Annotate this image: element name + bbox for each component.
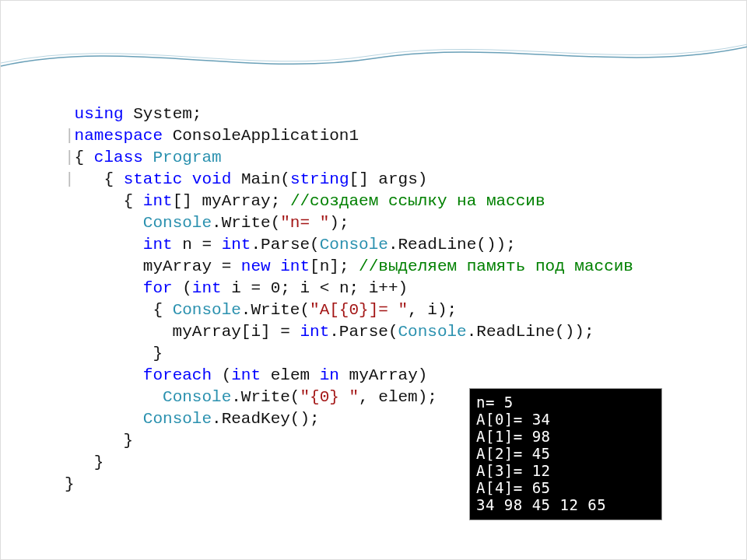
console-line: A[4]= 65 [476,479,551,496]
kw-using: using [75,105,124,123]
console-output: n= 5 A[0]= 34 A[1]= 98 A[2]= 45 A[3]= 12… [469,388,662,520]
kw-namespace: namespace [75,127,163,145]
console-line: n= 5 [476,394,514,411]
console-line: A[3]= 12 [476,462,551,479]
kw-class: class [94,149,143,166]
slide-container: using System; |namespace ConsoleApplicat… [0,0,747,560]
comment-2: //выделяем память под массив [359,257,633,275]
console-line: A[2]= 45 [476,445,551,462]
console-line: 34 98 45 12 65 [476,496,606,513]
comment-1: //создаем ссылку на массив [290,192,545,210]
type-program: Program [143,149,222,166]
console-line: A[1]= 98 [476,428,551,445]
decorative-wave [1,35,747,82]
console-line: A[0]= 34 [476,411,551,428]
